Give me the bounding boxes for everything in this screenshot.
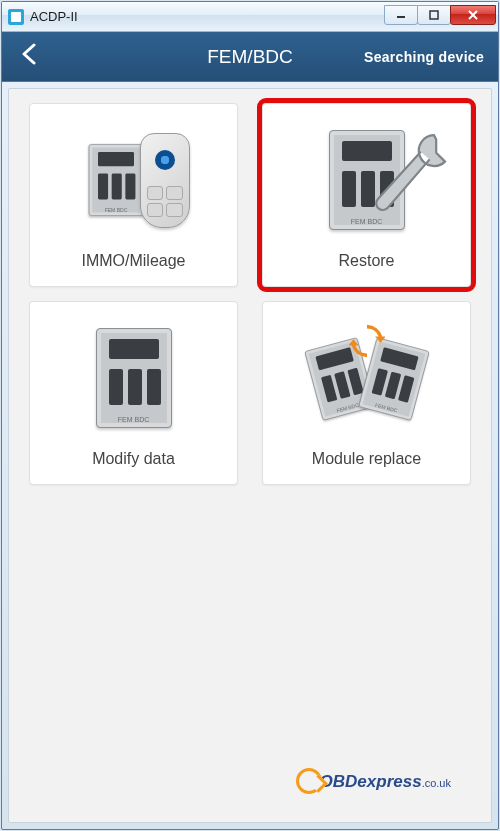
tile-icon-replace: FEM BDC FEM BDC [269,314,464,442]
close-icon [467,9,479,21]
minimize-button[interactable] [384,5,418,25]
close-button[interactable] [450,5,496,25]
maximize-button[interactable] [417,5,451,25]
tile-label: IMMO/Mileage [81,252,185,270]
ecu-module-icon: FEM BDC [329,130,405,230]
window-controls [385,4,496,26]
ecu-module-icon: FEM BDC [358,337,429,421]
tile-icon-restore: FEM BDC [269,116,464,244]
tile-label: Modify data [92,450,175,468]
tile-icon-immo: FEM BDC [36,116,231,244]
ecu-module-icon: FEM BDC [96,328,172,428]
app-header: FEM/BDC Searching device [2,32,498,82]
back-button[interactable] [2,43,50,71]
chevron-left-icon [21,43,37,65]
window-title: ACDP-II [30,9,385,24]
watermark-brand: OBDexpress [320,772,422,791]
minimize-icon [396,10,406,20]
tile-icon-modify: FEM BDC [36,314,231,442]
svg-rect-1 [430,11,438,19]
tile-label: Module replace [312,450,421,468]
app-icon [8,9,24,25]
tile-module-replace[interactable]: FEM BDC FEM BDC Module replace [262,301,471,485]
device-status: Searching device [364,49,484,65]
svg-rect-0 [397,16,405,18]
tile-modify-data[interactable]: FEM BDC Modify data [29,301,238,485]
app-window: ACDP-II FEM/BDC Searching device FEM [1,1,499,830]
watermark-ring-icon [296,768,322,794]
watermark-logo: OBDexpress.co.uk [296,768,451,794]
content-area: FEM BDC IMMO/Mileage FEM BDC [8,88,492,823]
keyfob-icon [140,133,190,228]
tile-immo-mileage[interactable]: FEM BDC IMMO/Mileage [29,103,238,287]
ecu-module-icon: FEM BDC [88,144,143,216]
maximize-icon [429,10,439,20]
titlebar[interactable]: ACDP-II [2,2,498,32]
watermark-suffix: .co.uk [422,777,451,789]
tile-label: Restore [338,252,394,270]
tile-restore[interactable]: FEM BDC Restore [262,103,471,287]
tile-grid: FEM BDC IMMO/Mileage FEM BDC [29,103,471,485]
